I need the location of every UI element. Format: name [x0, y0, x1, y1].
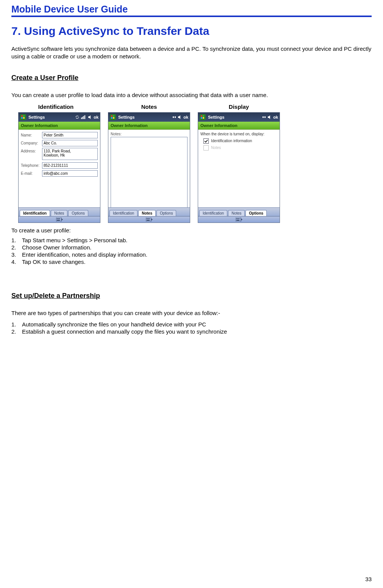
svg-rect-27	[203, 117, 204, 119]
svg-marker-18	[178, 115, 180, 119]
screen-title-bar: Owner Information	[108, 122, 190, 130]
list-item: 1.Tap Start menu > Settings > Personal t…	[11, 237, 372, 244]
checkbox-identification-info[interactable]: Identification information	[203, 138, 277, 144]
start-icon[interactable]	[200, 114, 206, 120]
checkmark-icon	[204, 139, 208, 143]
start-icon[interactable]	[110, 114, 116, 120]
tab-options[interactable]: Options	[68, 210, 88, 216]
intro-paragraph: ActiveSync software lets you synchronize…	[11, 45, 372, 61]
signal-icon	[81, 115, 86, 119]
svg-rect-4	[81, 118, 82, 119]
tab-notes[interactable]: Notes	[138, 210, 156, 216]
screenshots-row: Identification Settings ok Owner Informa	[11, 103, 372, 223]
sip-bar[interactable]	[19, 216, 100, 223]
company-field[interactable]	[42, 140, 98, 146]
tab-strip: Identification Notes Options	[19, 207, 100, 216]
status-icons	[262, 115, 271, 119]
email-label: E-mail:	[21, 170, 42, 176]
sync-icon	[75, 115, 79, 119]
name-label: Name:	[21, 132, 42, 137]
company-label: Company:	[21, 140, 42, 145]
svg-rect-26	[201, 117, 202, 119]
ok-button[interactable]: ok	[273, 115, 278, 119]
list-item: 1.Automatically synchronize the files on…	[11, 321, 372, 328]
list-item: 2.Choose Owner Information.	[11, 244, 372, 251]
identification-form: Name: Company: Address:110, Park Road, K…	[19, 130, 100, 207]
screenshot-label-identification: Identification	[38, 103, 73, 110]
telephone-label: Telephone:	[21, 162, 42, 168]
tab-identification[interactable]: Identification	[109, 210, 138, 216]
svg-rect-23	[147, 220, 150, 221]
svg-rect-9	[56, 218, 61, 221]
keyboard-icon	[236, 218, 242, 221]
connectivity-icon	[172, 115, 176, 119]
checkbox-label: Notes	[211, 146, 221, 150]
chapter-heading: 7. Using ActiveSync to Transfer Data	[11, 25, 372, 38]
svg-rect-13	[57, 220, 60, 221]
svg-rect-17	[113, 117, 114, 119]
display-instruction: When the device is turned on, display:	[200, 132, 277, 136]
titlebar: Settings ok	[19, 113, 100, 122]
partnership-lead: There are two types of partnerships that…	[11, 309, 372, 317]
svg-rect-31	[238, 218, 238, 219]
tab-notes[interactable]: Notes	[51, 210, 67, 216]
svg-rect-2	[21, 117, 23, 119]
tab-identification[interactable]: Identification	[199, 210, 227, 216]
svg-rect-16	[111, 117, 113, 119]
sip-bar[interactable]	[198, 216, 280, 223]
titlebar-app-name: Settings	[28, 115, 45, 119]
address-field[interactable]: 110, Park Road, Kowloon, Hk	[42, 148, 98, 160]
svg-rect-6	[83, 116, 84, 119]
screen-title-bar: Owner Information	[19, 122, 100, 130]
tab-options[interactable]: Options	[156, 210, 176, 216]
checkbox-notes[interactable]: Notes	[203, 145, 277, 151]
svg-rect-11	[58, 218, 59, 219]
checkbox-label: Identification information	[211, 139, 252, 143]
screenshot-label-notes: Notes	[141, 103, 157, 110]
screenshot-label-display: Display	[229, 103, 249, 110]
svg-rect-20	[147, 218, 147, 219]
titlebar-app-name: Settings	[118, 115, 134, 119]
svg-rect-1	[23, 115, 25, 117]
keyboard-icon	[56, 218, 63, 221]
create-profile-lead: You can create a user profile to load da…	[11, 91, 372, 99]
tab-identification[interactable]: Identification	[20, 210, 50, 216]
email-field[interactable]	[42, 170, 98, 177]
svg-rect-30	[236, 218, 237, 219]
list-item: 2.Establish a guest connection and manua…	[11, 328, 372, 335]
page-number: 33	[365, 576, 372, 582]
start-icon[interactable]	[20, 114, 26, 120]
svg-rect-7	[84, 115, 85, 119]
device-frame: Settings ok Owner Information When the d…	[198, 112, 280, 223]
svg-rect-33	[236, 220, 239, 221]
screenshot-identification: Identification Settings ok Owner Informa	[11, 103, 100, 223]
volume-icon	[178, 115, 181, 119]
titlebar: Settings ok	[108, 113, 190, 122]
svg-rect-25	[203, 115, 204, 117]
svg-rect-14	[111, 115, 113, 117]
name-field[interactable]	[42, 132, 98, 138]
volume-icon	[268, 115, 271, 119]
device-frame: Settings ok Owner Information Name: Comp…	[18, 112, 100, 223]
title-rule	[11, 16, 372, 17]
create-profile-steps-intro: To create a user profile:	[11, 227, 372, 234]
section-create-profile-heading: Create a User Profile	[11, 74, 372, 82]
notes-label: Notes:	[111, 132, 188, 136]
ok-button[interactable]: ok	[94, 115, 98, 119]
telephone-field[interactable]	[42, 162, 98, 169]
tab-notes[interactable]: Notes	[228, 210, 245, 216]
sip-bar[interactable]	[108, 216, 190, 223]
address-label: Address:	[21, 148, 42, 153]
keyboard-icon	[146, 218, 153, 221]
list-item: 3.Enter identification, notes and displa…	[11, 251, 372, 258]
doc-title: Mobile Device User Guide	[11, 4, 372, 16]
svg-rect-19	[146, 218, 151, 221]
ok-button[interactable]: ok	[183, 115, 188, 119]
notes-textarea[interactable]	[111, 137, 188, 207]
svg-rect-12	[59, 218, 60, 219]
svg-rect-5	[82, 117, 83, 119]
svg-rect-3	[23, 117, 25, 119]
screenshot-notes: Notes Settings ok Owner Information	[108, 103, 190, 223]
connectivity-icon	[262, 115, 266, 119]
tab-options[interactable]: Options	[245, 210, 267, 216]
